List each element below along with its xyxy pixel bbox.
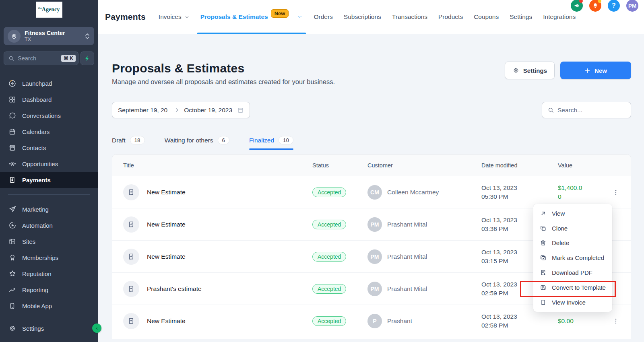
customer-name: Prashant [387, 317, 412, 325]
sidebar-item-label: Reporting [22, 286, 48, 293]
tab-draft[interactable]: Draft 18 [112, 136, 145, 150]
search-icon [8, 55, 14, 62]
column-header-title: Title [123, 162, 312, 169]
tab-label: Waiting for others [165, 137, 213, 144]
payments-top-nav: Payments Invoices Proposals & Estimates … [98, 0, 644, 34]
nav-tab-label: Transactions [392, 13, 427, 21]
sidebar-item-settings[interactable]: Settings [0, 320, 98, 336]
sidebar-item-mobile-app[interactable]: Mobile App [0, 298, 98, 314]
nav-tab-proposals-estimates[interactable]: Proposals & Estimates New [200, 0, 303, 34]
nav-tab-settings[interactable]: Settings [510, 0, 532, 34]
sidebar-item-calendars[interactable]: Calendars [0, 124, 98, 140]
opportunities-icon [8, 160, 17, 168]
quick-actions-button[interactable] [80, 52, 94, 65]
arrow-right-icon [172, 107, 179, 113]
menu-item-view-invoice[interactable]: View Invoice [533, 295, 612, 310]
sidebar-search-input[interactable]: Search ⌘ K [4, 52, 78, 65]
sidebar-item-conversations[interactable]: Conversations [0, 107, 98, 124]
location-switcher[interactable]: Fitness Center TX [4, 27, 94, 45]
menu-item-label: Delete [552, 239, 569, 246]
sidebar-item-automation[interactable]: Automation [0, 217, 98, 233]
megaphone-icon [574, 2, 580, 9]
tab-count-badge: 10 [279, 136, 293, 144]
announcements-button[interactable] [571, 0, 583, 12]
date-modified: Oct 13, 2023 [481, 183, 558, 192]
sidebar-item-label: Launchpad [22, 80, 52, 87]
calendar-icon [8, 128, 17, 136]
menu-item-view[interactable]: View [533, 206, 612, 221]
sidebar-item-reporting[interactable]: Reporting [0, 282, 98, 298]
plus-icon [584, 68, 590, 74]
status-badge: Accepted [312, 220, 346, 229]
estimate-document-icon [123, 281, 139, 297]
chevron-up-down-icon [85, 33, 90, 40]
location-pin-icon [8, 30, 21, 43]
estimate-title: New Estimate [147, 317, 186, 325]
check-square-icon [539, 254, 547, 262]
customer-avatar: PM [367, 249, 382, 264]
table-search-input[interactable]: Search... [542, 102, 631, 118]
calendar-icon [237, 107, 244, 113]
sidebar-item-label: Automation [22, 222, 53, 229]
star-icon [8, 270, 17, 278]
sidebar-item-dashboard[interactable]: Dashboard [0, 91, 98, 107]
time-modified: 05:30 PM [481, 192, 558, 201]
menu-item-delete[interactable]: Delete [533, 236, 612, 251]
row-context-menu: View Clone Delete Mark as Completed Down… [533, 204, 612, 312]
nav-tab-subscriptions[interactable]: Subscriptions [344, 0, 381, 34]
help-button[interactable]: ? [608, 0, 620, 12]
column-header-customer: Customer [367, 162, 481, 169]
menu-item-convert-to-template[interactable]: Convert to Template [533, 280, 612, 295]
nav-tab-label: Coupons [474, 13, 499, 21]
agency-logo: theAgency [36, 2, 62, 18]
new-proposal-button[interactable]: New [560, 62, 631, 79]
sidebar-item-label: Contacts [22, 144, 46, 151]
status-badge: Accepted [312, 284, 346, 294]
clone-icon [539, 225, 547, 232]
logo-prefix: the [38, 7, 42, 9]
nav-tab-orders[interactable]: Orders [314, 0, 332, 34]
proposals-settings-button[interactable]: Settings [505, 62, 555, 79]
tab-waiting-for-others[interactable]: Waiting for others 6 [165, 136, 229, 150]
menu-item-download-pdf[interactable]: Download PDF [533, 265, 612, 280]
notification-dot [579, 0, 583, 3]
nav-tab-products[interactable]: Products [438, 0, 463, 34]
launchpad-icon [8, 79, 17, 88]
row-actions-button[interactable] [597, 189, 631, 196]
sidebar-item-label: Conversations [22, 112, 61, 119]
row-actions-button[interactable] [597, 317, 631, 325]
module-title: Payments [105, 12, 146, 22]
customer-avatar: CM [367, 185, 382, 200]
date-range-picker[interactable]: September 19, 20 October 19, 2023 [112, 102, 250, 118]
sidebar-item-sites[interactable]: Sites [0, 233, 98, 249]
sidebar-item-contacts[interactable]: Contacts [0, 140, 98, 156]
location-region: TX [25, 37, 85, 43]
sidebar-item-label: Payments [22, 177, 51, 183]
sidebar-collapse-button[interactable] [92, 323, 101, 333]
user-avatar[interactable]: PM [626, 0, 638, 12]
nav-tab-coupons[interactable]: Coupons [474, 0, 499, 34]
nav-tab-transactions[interactable]: Transactions [392, 0, 427, 34]
sidebar-item-memberships[interactable]: Memberships [0, 249, 98, 266]
customer-name: Colleen Mccartney [387, 189, 439, 196]
sidebar-item-opportunities[interactable]: Opportunities [0, 156, 98, 172]
sidebar-item-label: Dashboard [22, 96, 52, 103]
sidebar-item-payments[interactable]: Payments [0, 172, 98, 188]
notifications-button[interactable] [589, 0, 601, 12]
nav-tab-label: Invoices [159, 13, 182, 21]
search-icon [547, 107, 554, 113]
sidebar-item-reputation[interactable]: Reputation [0, 266, 98, 282]
nav-tab-invoices[interactable]: Invoices [159, 0, 190, 34]
kebab-menu-icon [612, 189, 619, 196]
tab-finalized[interactable]: Finalized 10 [249, 136, 293, 150]
chevron-down-icon [184, 14, 190, 20]
menu-item-mark-as-completed[interactable]: Mark as Completed [533, 250, 612, 265]
menu-item-clone[interactable]: Clone [533, 221, 612, 236]
table-row[interactable]: New Estimate Accepted CM Colleen Mccartn… [112, 176, 631, 208]
sidebar-item-label: Calendars [22, 128, 50, 135]
avatar-initials: PM [628, 3, 636, 9]
sidebar-item-launchpad[interactable]: Launchpad [0, 75, 98, 91]
chevron-down-icon[interactable] [297, 14, 303, 20]
sidebar-item-marketing[interactable]: Marketing [0, 201, 98, 217]
customer-avatar: PM [367, 217, 382, 232]
